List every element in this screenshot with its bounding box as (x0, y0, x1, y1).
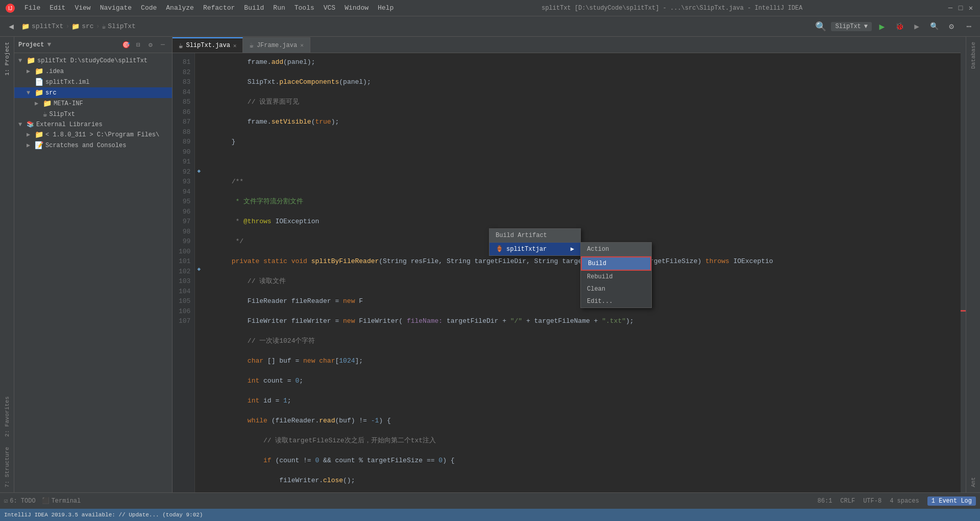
tab-sliptxt-label: SlipTxt.java (186, 42, 230, 49)
terminal-tab[interactable]: ⬛ Terminal (42, 497, 81, 505)
breadcrumb-src[interactable]: src (82, 22, 93, 30)
tab-jframe-icon: ☕ (249, 41, 253, 50)
settings-icon[interactable]: ⚙ (145, 40, 156, 50)
rebuild-label: Rebuild (587, 273, 612, 280)
line-numbers: 81 82 83 84 85 86 87 88 89 90 91 92 93 9… (173, 53, 195, 492)
breadcrumb-project[interactable]: splitTxt (32, 22, 63, 30)
status-text: IntelliJ IDEA 2019.3.5 available: // Upd… (4, 512, 203, 518)
menu-build[interactable]: Build (240, 3, 268, 13)
terminal-icon: ⬛ (42, 497, 50, 505)
line-ending: CRLF (840, 498, 855, 505)
menu-edit[interactable]: Edit (45, 3, 69, 13)
action-clean[interactable]: Clean (581, 283, 651, 295)
menu-bar: File Edit View Navigate Code Analyze Ref… (20, 3, 398, 13)
settings-button[interactable]: ⚙ (944, 19, 959, 34)
collapse-all-icon[interactable]: ⊟ (133, 40, 143, 50)
bottom-tabs: ☑ 6: TODO ⬛ Terminal (4, 497, 81, 505)
favorites-panel-tab[interactable]: 2: Favorites (2, 391, 12, 442)
indent: 4 spaces (890, 498, 919, 505)
tab-sliptxt-close[interactable]: ✕ (233, 42, 237, 49)
menu-navigate[interactable]: Navigate (96, 3, 136, 13)
action-build[interactable]: Build (581, 256, 651, 271)
status-bar: IntelliJ IDEA 2019.3.5 available: // Upd… (0, 509, 980, 521)
code-editor[interactable]: 81 82 83 84 85 86 87 88 89 90 91 92 93 9… (173, 53, 966, 492)
build-artifact-header: Build Artifact (489, 229, 580, 243)
project-panel-tab[interactable]: 1: Project (2, 37, 12, 81)
menu-view[interactable]: View (70, 3, 94, 13)
tab-jframe-close[interactable]: ✕ (300, 42, 304, 49)
event-log[interactable]: 1 Event Log (927, 496, 976, 506)
tree-item-splittxt[interactable]: ▼ 📁 splitTxt D:\studyCode\splitTxt (14, 55, 172, 66)
debug-button[interactable]: 🐞 (892, 19, 906, 34)
todo-label: 6: TODO (10, 498, 35, 505)
artifact-splittxtjar[interactable]: 🏺 splitTxtjar ▶ (489, 243, 580, 255)
build-label: Build (588, 260, 606, 267)
menu-vcs[interactable]: VCS (320, 3, 339, 13)
toolbar: ◀ 📁 splitTxt › 📁 src › ☕ SlipTxt 🔍 SlipT… (0, 16, 980, 37)
menu-window[interactable]: Window (340, 3, 373, 13)
tab-jframe[interactable]: ☕ JFrame.java ✕ (243, 37, 310, 53)
close-panel-icon[interactable]: ─ (158, 40, 168, 50)
artifact-row: 🏺 splitTxtjar ▶ Action Build Rebuild (489, 243, 580, 255)
menu-help[interactable]: Help (374, 3, 398, 13)
tree-item-src[interactable]: ▼ 📁 src (14, 87, 172, 98)
action-rebuild[interactable]: Rebuild (581, 271, 651, 283)
tab-bar: ☕ SlipTxt.java ✕ ☕ JFrame.java ✕ (173, 37, 966, 53)
tree-item-external-libs[interactable]: ▼ 📚 External Libraries (14, 120, 172, 129)
run-button[interactable]: ▶ (875, 19, 889, 34)
structure-panel-tab[interactable]: 7: Structure (2, 442, 12, 492)
more-button[interactable]: ⋯ (962, 19, 976, 34)
project-panel-header: Project ▼ 🎯 ⊟ ⚙ ─ (14, 37, 172, 53)
panel-icons: 🎯 ⊟ ⚙ ─ (121, 40, 168, 50)
submenu-arrow: ▶ (571, 245, 574, 253)
ant-panel-tab[interactable]: Ant (968, 472, 978, 492)
tab-sliptxt-icon: ☕ (179, 41, 183, 50)
right-panel-strip: Database Ant (966, 37, 980, 492)
menu-analyze[interactable]: Analyze (162, 3, 198, 13)
main-area: 1: Project 2: Favorites 7: Structure Pro… (0, 37, 980, 492)
tree-item-idea[interactable]: ▶ 📁 .idea (14, 66, 172, 77)
database-panel-tab[interactable]: Database (968, 37, 978, 74)
locate-file-icon[interactable]: 🎯 (121, 40, 131, 50)
tree-item-scratches[interactable]: ▶ 📝 Scratches and Consoles (14, 140, 172, 151)
menu-refactor[interactable]: Refactor (199, 3, 239, 13)
action-edit[interactable]: Edit... (581, 295, 651, 307)
config-dropdown-icon: ▼ (864, 23, 868, 30)
menu-file[interactable]: File (20, 3, 44, 13)
project-panel-title: Project (18, 41, 44, 49)
tree-item-sliptxt[interactable]: ▶ ☕ SlipTxt (14, 109, 172, 120)
minimize-button[interactable]: ─ (946, 4, 954, 12)
bottom-bar: ☑ 6: TODO ⬛ Terminal 86:1 CRLF UTF-8 4 s… (0, 492, 980, 509)
todo-tab[interactable]: ☑ 6: TODO (4, 497, 36, 505)
search-everywhere-button[interactable]: 🔍 (814, 19, 828, 34)
coverage-button[interactable]: ▶ (910, 19, 924, 34)
menu-code[interactable]: Code (137, 3, 161, 13)
app-logo: IJ (5, 3, 15, 13)
breadcrumb-src-icon: 📁 (71, 22, 80, 31)
tree-item-iml[interactable]: ▶ 📄 splitTxt.iml (14, 77, 172, 87)
run-configuration[interactable]: SlipTxt ▼ (831, 22, 872, 31)
tree-item-jdk[interactable]: ▶ 📁 < 1.8.0_311 > C:\Program Files\ (14, 129, 172, 140)
project-panel: Project ▼ 🎯 ⊟ ⚙ ─ ▼ 📁 splitTxt D:\studyC… (14, 37, 173, 492)
encoding: UTF-8 (863, 498, 881, 505)
terminal-label: Terminal (52, 498, 81, 505)
window-title: splitTxt [D:\studyCode\splitTxt] - ...\s… (398, 5, 946, 12)
tab-jframe-label: JFrame.java (257, 42, 297, 49)
window-controls: ─ □ ✕ (946, 4, 975, 12)
back-button[interactable]: ◀ (4, 19, 18, 34)
tree-item-meta-inf[interactable]: ▶ 📁 META-INF (14, 98, 172, 109)
breadcrumb-folder-icon: 📁 (21, 22, 30, 31)
project-tree: ▼ 📁 splitTxt D:\studyCode\splitTxt ▶ 📁 .… (14, 53, 172, 492)
breadcrumb-file[interactable]: SlipTxt (108, 22, 136, 30)
close-button[interactable]: ✕ (967, 4, 975, 12)
title-bar: IJ File Edit View Navigate Code Analyze … (0, 0, 980, 16)
action-submenu: Action Build Rebuild Clean Edit... (580, 242, 652, 308)
menu-tools[interactable]: Tools (290, 3, 318, 13)
status-info: 86:1 CRLF UTF-8 4 spaces (818, 498, 919, 505)
editor-area: ☕ SlipTxt.java ✕ ☕ JFrame.java ✕ 81 82 8… (173, 37, 966, 492)
menu-run[interactable]: Run (269, 3, 289, 13)
search-button[interactable]: 🔍 (927, 19, 941, 34)
left-panel-strip: 1: Project 2: Favorites 7: Structure (0, 37, 14, 492)
tab-sliptxt[interactable]: ☕ SlipTxt.java ✕ (173, 37, 243, 53)
maximize-button[interactable]: □ (957, 4, 965, 12)
